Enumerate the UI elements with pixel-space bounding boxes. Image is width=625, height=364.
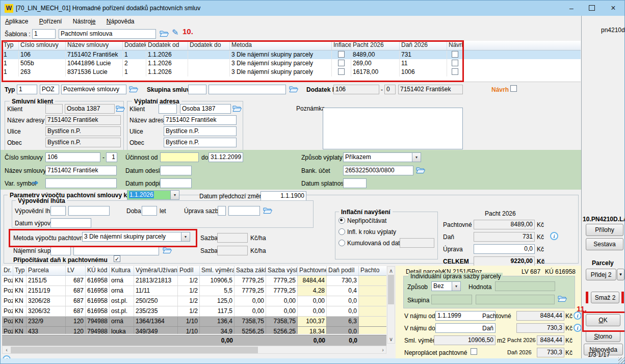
typ-code-field[interactable]: POZ xyxy=(40,85,59,94)
parcel-row[interactable]: PozKN433120794988louka349/3491/1034,9525… xyxy=(2,327,386,334)
datum-podpisu-field[interactable] xyxy=(160,178,192,188)
pridej-dropdown-icon[interactable]: ▼ xyxy=(617,269,624,280)
checkbox[interactable] xyxy=(452,60,458,66)
contract-row[interactable]: 11067151402 František11.1.20263 Dle náje… xyxy=(2,50,581,59)
template-number-field[interactable]: 1 xyxy=(32,29,56,39)
cell: 263 xyxy=(19,68,66,76)
payout-klient-name-field[interactable]: Osoba 1387 xyxy=(180,104,231,114)
radio-neprippocitavat[interactable] xyxy=(338,217,345,224)
bank-ucet-folder-icon[interactable] xyxy=(416,166,425,174)
checkbox[interactable] xyxy=(452,68,458,75)
najemni-skupina-folder-icon[interactable] xyxy=(163,246,172,254)
cislo-poradi-field[interactable]: 1 xyxy=(106,152,117,162)
skupina-smluv-code-field[interactable] xyxy=(188,85,206,94)
menu-aplikace[interactable]: Aplikace xyxy=(1,16,33,27)
doba-field[interactable] xyxy=(142,206,157,216)
metoda-vypoctu-combo[interactable]: 3 Dle nájemní skupiny parcely ▾ xyxy=(82,232,190,242)
template-name-field[interactable]: Pachtovní smlouva xyxy=(59,29,156,39)
menu-porizeni[interactable]: Pořízení xyxy=(35,16,67,27)
smaz-button[interactable]: Smaž 2 xyxy=(591,292,619,303)
uprava-sazby-code-field[interactable] xyxy=(218,206,226,216)
radio-infl-k-roku[interactable] xyxy=(338,228,345,235)
contract-row[interactable]: 12638371536 Lucie11.1.20263 Dle nájemní … xyxy=(2,68,581,76)
parcel-row[interactable]: PozKN3206/32687616958ost.pl.235/2351/211… xyxy=(2,306,386,317)
skupina-folder-icon[interactable] xyxy=(558,295,567,302)
storno-button[interactable]: Storno xyxy=(586,330,620,342)
skupina-smluv-folder-icon[interactable] xyxy=(289,85,298,93)
resize-grip[interactable] xyxy=(618,357,625,364)
detail-pachtovne-label: Pachtovné xyxy=(482,313,511,320)
checkbox[interactable] xyxy=(452,51,458,58)
payout-nazev-adresy-field[interactable]: 7151402 František xyxy=(164,115,237,125)
bank-ucet-field[interactable]: 2653225003/0800 xyxy=(343,166,413,175)
poznamka-textarea[interactable] xyxy=(323,108,463,149)
typ-field[interactable]: 1 xyxy=(17,85,37,94)
payout-ulice-field[interactable]: Bystřice n.P. xyxy=(164,126,237,136)
klient-folder-icon[interactable] xyxy=(116,105,125,112)
parcel-row[interactable]: PozKN2151/5687616958orná21813/218131/210… xyxy=(2,276,386,286)
hscroll-thumb[interactable] xyxy=(11,347,258,353)
parcel-row[interactable]: PozKN2151/19687616958orná11/111/25,57779… xyxy=(2,286,386,296)
skupina-smluv-name-field[interactable] xyxy=(209,85,286,94)
parametry-date-combo[interactable]: 1.1.2026 ▾ xyxy=(127,190,179,200)
contract-row[interactable]: 1505b10441896 Lucie21.1.20263 Dle nájemn… xyxy=(2,59,581,68)
menu-nastroje[interactable]: Nástroje xyxy=(68,16,100,27)
menu-napoveda[interactable]: Nápověda xyxy=(102,16,139,27)
sestava-button[interactable]: Sestava xyxy=(586,238,623,250)
cell xyxy=(359,317,386,326)
minimize-button[interactable]: – xyxy=(561,1,582,16)
datum-vypovedi-field[interactable] xyxy=(50,218,91,228)
datum-splatnosti-field[interactable] xyxy=(343,178,367,188)
checkbox[interactable] xyxy=(338,68,345,75)
template-open-folder-icon[interactable] xyxy=(160,30,169,37)
navrh-checkbox[interactable] xyxy=(510,85,517,92)
scroll-right-icon[interactable]: › xyxy=(380,346,386,353)
neproplacet-checkbox[interactable] xyxy=(471,348,477,355)
uprava-field[interactable]: 0,0 xyxy=(474,244,535,254)
checkbox[interactable] xyxy=(338,60,345,66)
vypovedni-lhuta-code-field[interactable] xyxy=(50,206,66,216)
typ-name-field[interactable]: Pozemkové smlouvy xyxy=(61,85,126,94)
pripocitavat-dan-checkbox[interactable]: ✓ xyxy=(114,255,120,262)
checkbox[interactable] xyxy=(338,51,345,58)
close-button[interactable]: × xyxy=(603,1,623,16)
chevron-down-icon[interactable]: ▾ xyxy=(412,152,421,162)
chevron-down-icon[interactable]: ▾ xyxy=(171,190,179,200)
payout-klient-code-field[interactable] xyxy=(159,104,177,114)
payout-obec-field[interactable]: Bystřice n.P. xyxy=(164,138,237,147)
datum-odeslani-field[interactable] xyxy=(160,166,192,175)
prilohy-button[interactable]: Přílohy xyxy=(586,224,623,236)
maximize-button[interactable] xyxy=(582,1,602,16)
uprava-sazby-name-field[interactable] xyxy=(228,206,260,216)
vypovedni-lhuta-name-field[interactable] xyxy=(68,206,110,216)
ucinnost-od-field[interactable] xyxy=(160,152,199,162)
vscroll-thumb[interactable] xyxy=(388,275,394,304)
najemni-skupina-name-field[interactable] xyxy=(73,246,159,255)
chevron-down-icon[interactable]: ▾ xyxy=(452,281,461,291)
typ-open-folder-icon[interactable] xyxy=(129,85,138,93)
pridej-button[interactable]: Přidej 2 xyxy=(586,269,616,280)
cislo-smlouvy-field[interactable]: 106 xyxy=(45,152,100,162)
dan-info-icon[interactable]: i xyxy=(550,232,558,240)
chevron-down-icon[interactable]: ▾ xyxy=(181,232,190,242)
var-symbol-arrow-icon[interactable]: ⇒ xyxy=(32,178,38,187)
scroll-left-icon[interactable]: ‹ xyxy=(4,346,10,353)
radio-kumulovana[interactable] xyxy=(338,240,345,246)
uprava-sazby-folder-icon[interactable] xyxy=(263,206,272,214)
detail-dan-info-icon[interactable]: i xyxy=(574,324,582,332)
ok-button[interactable]: OK xyxy=(586,314,620,326)
scroll-up-icon[interactable]: ∧ xyxy=(387,267,395,274)
detail-vscrollbar[interactable]: ∧ ∨ xyxy=(387,266,395,344)
payout-klient-folder-icon[interactable] xyxy=(232,105,242,112)
najemni-skupina-code-field[interactable] xyxy=(50,246,71,255)
scroll-down-icon[interactable]: ∨ xyxy=(387,335,395,343)
nazev-smlouvy-field[interactable]: 7151402 František xyxy=(45,166,117,175)
zpusob-vyplaty-combo[interactable]: Příkazem ▾ xyxy=(343,152,421,162)
parcel-row[interactable]: PozKN232/9120794988orná1364/13641/10136,… xyxy=(2,317,386,327)
var-symbol-field[interactable] xyxy=(45,178,117,188)
ucinnost-do-field[interactable]: 31.12.2099 xyxy=(209,152,243,162)
template-edit-pencil-icon[interactable]: ✎ xyxy=(172,28,178,37)
parcel-row[interactable]: PozKN3206/28687616958ost.pl.250/2501/212… xyxy=(2,296,386,306)
parcel-grid-hscrollbar[interactable]: ‹ › xyxy=(2,346,386,354)
zpusob-combo[interactable]: Bez ▾ xyxy=(431,281,461,291)
